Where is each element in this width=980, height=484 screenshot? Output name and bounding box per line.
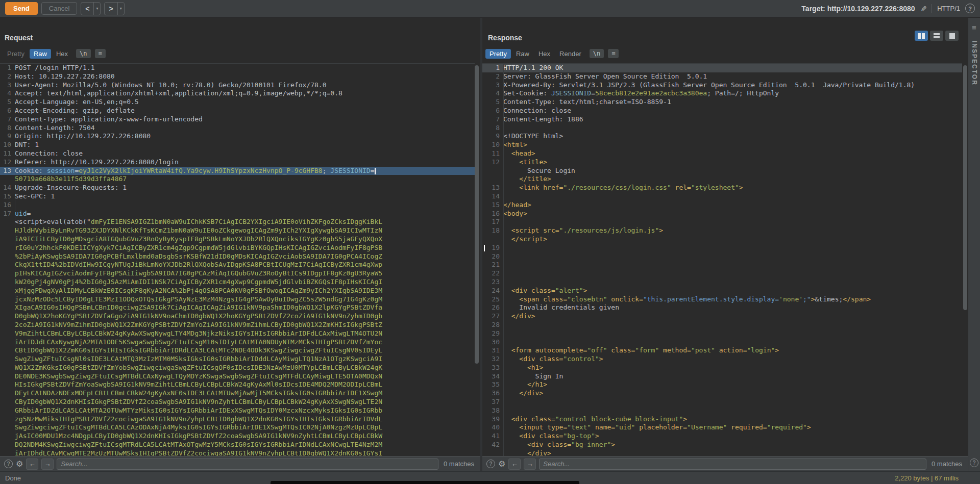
request-search-help-icon[interactable]: ? — [4, 460, 13, 468]
response-code-row[interactable]: 26 Invalid credentials given — [482, 303, 962, 312]
response-code-row[interactable]: 11 <head> — [482, 149, 962, 158]
response-code-row[interactable]: 15</head> — [482, 201, 962, 210]
response-menu-button[interactable]: ≡ — [608, 49, 619, 58]
response-code-row[interactable]: 28 — [482, 321, 962, 329]
response-tab-pretty[interactable]: Pretty — [485, 49, 511, 59]
request-code-row[interactable]: xMjggPDwgXyAlIDMyLCBkWzE0ICsgKF8gKyA2NCA… — [0, 287, 475, 295]
request-code-row[interactable]: SwgZiwgZFtuICsgNl0sIDE3LCAtMTQ3MzIzMTM0M… — [0, 355, 475, 364]
request-code-row[interactable]: pIHsKICAgIGZvciAodmFyIF8gPSAiIiwgbSA9IDA… — [0, 269, 475, 278]
response-code-row[interactable]: 41 <div class="bg-top"> — [482, 432, 962, 441]
response-search-input[interactable] — [539, 458, 926, 470]
request-code-row[interactable]: 16 — [0, 201, 475, 210]
response-newline-button[interactable]: \n — [590, 49, 604, 58]
request-code-row[interactable]: %2bPiAyKSwgbSA9IDA7IG0gPCBfLmxlbmd0aDsgb… — [0, 252, 475, 261]
request-scrollbar[interactable] — [475, 65, 479, 364]
request-code-row[interactable]: D0gbWQ1X2hoKGYgPSBtZDVfaGgoZiA9IG1kNV9oa… — [0, 312, 475, 321]
request-code-row[interactable]: XIgaCA9IG0sIHQgPSBmLCBnID0gciwgZSA9IGk7C… — [0, 303, 475, 312]
request-code-row[interactable]: DE0NDE3KSwgbSwgZiwgZFtuICsgMTBdLCAxNywgL… — [0, 372, 475, 381]
response-code-row[interactable]: 18 <script src="./resources/js/login.js"… — [482, 226, 962, 235]
request-tab-hex[interactable]: Hex — [52, 49, 72, 59]
response-code-row[interactable]: 8 — [482, 124, 962, 133]
response-tab-hex[interactable]: Hex — [534, 49, 554, 59]
request-code-row[interactable]: CByID0gbWQ1X2dnKHIsIGkgPSBtZDVfZ2coaSwgb… — [0, 398, 475, 406]
request-code-row[interactable]: 10DNT: 1 — [0, 141, 475, 149]
response-code-row[interactable]: 27 </div> — [482, 312, 962, 321]
request-code-row[interactable]: jAsIC00MDU1Mzc4NDgpLCByID0gbWQ1X2dnKHIsI… — [0, 432, 475, 441]
request-editor[interactable]: 1POST /login HTTP/1.12Host: 10.129.227.2… — [0, 63, 475, 456]
response-code-row[interactable]: 17 — [482, 218, 962, 226]
layout-rows-button[interactable] — [930, 31, 943, 41]
forward-dropdown-icon[interactable]: ▾ — [117, 3, 124, 15]
response-code-row[interactable]: Secure Login — [482, 167, 962, 175]
request-code-row[interactable]: iA9ICIiLCByID0gMDsgciA8IGQubGVuZ3RoOyByK… — [0, 235, 475, 244]
response-code-row[interactable]: 16<body> — [482, 210, 962, 218]
request-code-row[interactable]: V9mZihtLCBmLCByLCBpLCBkW24gKyAwXSwgNywgL… — [0, 329, 475, 338]
response-code-row[interactable]: 20 — [482, 252, 962, 261]
request-search-prev-button[interactable]: ← — [26, 458, 38, 470]
response-code-row[interactable]: 3X-Powered-By: Servlet/3.1 JSP/2.3 (Glas… — [482, 81, 962, 90]
request-code-row[interactable]: HIsIGkgPSBtZDVfZmYoaSwgbSA9IG1kNV9mZihtL… — [0, 380, 475, 389]
request-code-row[interactable]: 13Cookie: session=eyJ1c2VyX2lkIjoiYWRtaW… — [0, 167, 475, 175]
response-code-row[interactable]: 32 <div class="control"> — [482, 355, 962, 364]
response-code-row[interactable]: 5Content-Type: text/html;charset=ISO-885… — [482, 98, 962, 107]
request-menu-button[interactable]: ≡ — [95, 49, 106, 58]
response-code-row[interactable]: 35 </h1> — [482, 380, 962, 389]
back-dropdown-icon[interactable]: ▾ — [93, 3, 100, 15]
request-code-row[interactable]: 15Sec-GPC: 1 — [0, 192, 475, 201]
response-code-row[interactable]: 9<!DOCTYPE html> — [482, 132, 962, 141]
request-code-row[interactable]: 14Upgrade-Insecure-Requests: 1 — [0, 184, 475, 192]
request-code-row[interactable]: SwgZiwgciwgZFtuICsgMTBdLCA5LCAzODAxNjA4M… — [0, 423, 475, 432]
response-code-row[interactable]: 10<html> — [482, 141, 962, 149]
help-icon[interactable]: ? — [965, 4, 975, 13]
response-code-row[interactable]: 6Connection: close — [482, 107, 962, 115]
request-code-row[interactable]: GRbbiArIDZdLCA5LCAtMTA2OTUwMTYzMiksIG0sI… — [0, 406, 475, 415]
inspector-menu-icon[interactable]: ≡ — [968, 23, 980, 32]
response-code-row[interactable]: 33 <h1> — [482, 364, 962, 372]
cancel-button[interactable]: Cancel — [41, 2, 77, 15]
request-code-row[interactable]: DQ2NDM4KSwgZiwgciwgZFtuICsgMTRdLCA5LCAtM… — [0, 441, 475, 449]
inspector-help-icon[interactable]: ? — [970, 458, 978, 467]
edit-target-icon[interactable]: ✎ — [919, 5, 928, 12]
request-code-row[interactable]: 5Accept-Language: en-US,en;q=0.5 — [0, 98, 475, 107]
response-code-row[interactable]: 37 — [482, 398, 962, 406]
response-scrollbar[interactable] — [963, 65, 967, 310]
response-tab-raw[interactable]: Raw — [512, 49, 533, 59]
request-code-row[interactable]: 11Connection: close — [0, 149, 475, 158]
request-code-row[interactable]: CBtID0gbWQ1X2ZmKG0sIGYsIHIsIGksIGRbbiArI… — [0, 346, 475, 355]
request-code-row[interactable]: zg5NzMwMiksIHIgPSBtZDVfZ2cociwgaSA9IG1kN… — [0, 415, 475, 424]
request-search-input[interactable] — [57, 458, 438, 470]
layout-columns-button[interactable] — [915, 31, 928, 41]
response-code-row[interactable]: </script> — [482, 235, 962, 244]
request-code-row[interactable]: 2Host: 10.129.227.226:8080 — [0, 72, 475, 81]
response-search-help-icon[interactable]: ? — [486, 460, 495, 468]
request-code-row[interactable]: 2coZiA9IG1kNV9mZihmID0gbWQ1X2ZmKGYgPSBtZ… — [0, 321, 475, 329]
request-tab-pretty[interactable]: Pretty — [3, 49, 29, 59]
response-search-next-button[interactable]: → — [524, 458, 536, 470]
response-code-row[interactable]: 21 — [482, 261, 962, 269]
request-search-settings-icon[interactable]: ⚙ — [16, 460, 23, 468]
response-code-row[interactable]: 4Set-Cookie: JSESSIONID=58cecb812e2e91ae… — [482, 89, 962, 98]
response-code-row[interactable]: 14 — [482, 192, 962, 201]
request-code-row[interactable]: rIG0uY2hhckF0KDE1ICYgXyk7CiAgICByZXR1cm4… — [0, 244, 475, 252]
request-code-row[interactable]: 7Content-Type: application/x-www-form-ur… — [0, 115, 475, 124]
back-button[interactable]: < ▾ — [81, 2, 101, 15]
response-search-prev-button[interactable]: ← — [508, 458, 521, 470]
response-code-row[interactable]: 42 <div class="bg-inner"> — [482, 441, 962, 449]
response-code-row[interactable]: 36 </div> — [482, 389, 962, 398]
request-code-row[interactable]: 6Accept-Encoding: gzip, deflate — [0, 107, 475, 115]
response-code-row[interactable]: 12 <title> — [482, 158, 962, 167]
request-code-row[interactable]: 8Content-Length: 7504 — [0, 124, 475, 133]
response-code-row[interactable]: 13 <link href="./resources/css/login.css… — [482, 184, 962, 192]
response-code-row[interactable]: </title> — [482, 175, 962, 184]
layout-single-button[interactable] — [945, 31, 959, 41]
forward-button[interactable]: > ▾ — [104, 2, 124, 15]
response-code-row[interactable]: 40 <input type="text" name="uid" placeho… — [482, 423, 962, 432]
request-code-row[interactable]: iArIDhdLCAvMCwgMTE2MzUzMTUwMSksIHIgPSBtZ… — [0, 449, 475, 456]
request-code-row[interactable]: 3User-Agent: Mozilla/5.0 (Windows NT 10.… — [0, 81, 475, 90]
response-code-row[interactable]: 39 <div class="control block-cube block-… — [482, 415, 962, 424]
request-code-row[interactable]: HJldHVybiByLnRvTG93ZXJDYXNlKCkKfTsKCmZ1b… — [0, 226, 475, 235]
inspector-label[interactable]: INSPECTOR — [971, 41, 978, 86]
response-code-row[interactable]: </div> — [482, 449, 962, 456]
response-code-row[interactable]: 31 <form autocomplete="off" class="form"… — [482, 346, 962, 355]
response-tab-render[interactable]: Render — [555, 49, 585, 59]
